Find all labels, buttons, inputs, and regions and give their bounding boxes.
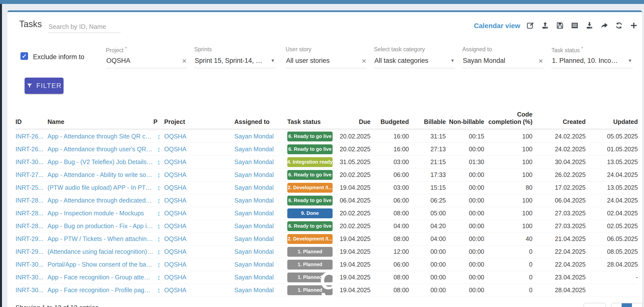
task-id-link[interactable]: INRT-29... [16,235,48,242]
task-id-link[interactable]: INRT-29... [16,248,48,255]
column-header-id[interactable]: ID [16,118,48,125]
task-id-link[interactable]: INRT-28... [16,210,48,217]
task-id-link[interactable]: INRT-25... [16,184,48,191]
assigned-to-link[interactable]: Sayan Mondal [234,184,287,191]
priority-arrows-icon[interactable]: ↕ [153,248,164,256]
filter-field-select-task-category[interactable]: Select task categoryAll task categories▼ [374,46,455,68]
task-status-badge[interactable]: 9. Done [287,208,332,218]
project-link[interactable]: OQSHA [164,184,234,191]
task-status-badge[interactable]: 4. Integration ready [287,157,332,167]
clear-icon[interactable]: × [362,58,366,63]
task-name-link[interactable]: App - Face recognition - Group attend... [48,274,153,281]
task-id-link[interactable]: INRT-28... [16,197,48,204]
assigned-to-link[interactable]: Sayan Mondal [234,286,287,294]
project-link[interactable]: OQSHA [164,235,234,242]
column-header-assigned-to[interactable]: Assigned to [234,118,287,125]
task-id-link[interactable]: INRT-28... [16,222,48,230]
task-status-badge[interactable]: 6. Ready to go live [287,221,332,231]
project-link[interactable]: OQSHA [164,197,234,204]
page-size-select[interactable]: 100 [584,303,606,307]
task-name-link[interactable]: App - Attendance - Ability to write som.… [48,171,153,178]
assigned-to-link[interactable]: Sayan Mondal [234,274,287,281]
project-link[interactable]: OQSHA [164,286,234,294]
assigned-to-link[interactable]: Sayan Mondal [234,248,287,255]
priority-arrows-icon[interactable]: ↕ [153,132,164,141]
task-id-link[interactable]: INRT-30... [16,286,48,294]
filter-button[interactable]: FILTER [24,78,64,94]
project-link[interactable]: OQSHA [164,158,234,166]
task-name-link[interactable]: App - Inspection module - Mockups [48,210,153,217]
task-status-badge[interactable]: 6. Ready to go live [287,170,332,180]
calendar-view-link[interactable]: Calendar view [474,22,520,30]
column-header-created[interactable]: Created [532,118,586,125]
task-name-link[interactable]: Portal/App - Show consent of the batc... [48,261,153,268]
project-link[interactable]: OQSHA [164,248,234,255]
task-status-badge[interactable]: 6. Ready to go live [287,144,332,154]
task-name-link[interactable]: App - Bug on production - Fix - App is c… [48,222,153,230]
task-status-badge[interactable]: 2. Development /I... [287,234,332,244]
task-id-link[interactable]: INRT-30... [16,261,48,268]
assigned-to-link[interactable]: Sayan Mondal [234,171,287,178]
assigned-to-link[interactable]: Sayan Mondal [234,235,287,242]
column-header-p[interactable]: P [153,118,164,125]
dropdown-arrow-icon[interactable]: ▼ [450,58,455,63]
assigned-to-link[interactable]: Sayan Mondal [234,158,287,166]
task-status-badge[interactable]: 1. Planned [287,285,332,295]
clear-icon[interactable]: × [538,58,543,63]
filter-field-sprints[interactable]: SprintsSprint 15, Sprint-14, Spri...▼ [194,46,276,68]
task-name-link[interactable]: (PTW audio file upload) APP - In PTW, ..… [48,184,153,191]
assigned-to-link[interactable]: Sayan Mondal [234,146,287,153]
column-header-code-completion-%-[interactable]: Code completion (%) [484,111,532,125]
table-icon[interactable] [570,21,579,30]
task-id-link[interactable]: INRT-27... [16,171,48,178]
project-link[interactable]: OQSHA [164,222,234,230]
assigned-to-link[interactable]: Sayan Mondal [234,133,287,140]
priority-arrows-icon[interactable]: ↕ [153,145,164,154]
download-icon[interactable] [585,21,594,30]
task-name-link[interactable]: App - Face recognition - Profile page - … [48,286,153,294]
search-input[interactable] [48,22,121,33]
dropdown-arrow-icon[interactable]: ▼ [270,58,275,63]
edit-icon[interactable] [526,21,535,30]
priority-arrows-icon[interactable]: ↕ [153,171,164,179]
task-status-badge[interactable]: 1. Planned [287,272,332,282]
task-id-link[interactable]: INRT-26... [16,146,48,153]
upload-icon[interactable] [540,21,550,30]
task-name-link[interactable]: App - PTW / Tickets - When attaching p..… [48,235,153,242]
dropdown-arrow-icon[interactable]: ▼ [628,58,632,63]
task-status-badge[interactable]: 6. Ready to go live [287,132,332,141]
project-link[interactable]: OQSHA [164,261,234,268]
priority-arrows-icon[interactable]: ↕ [153,260,164,269]
column-header-project[interactable]: Project [164,118,234,125]
page-1-button[interactable]: 1 [622,303,632,307]
prev-page-button[interactable]: ‹ [612,303,622,307]
priority-arrows-icon[interactable]: ↕ [153,273,164,282]
priority-arrows-icon[interactable]: ↕ [153,235,164,243]
refresh-icon[interactable] [614,21,624,30]
plus-icon[interactable] [629,21,638,30]
assigned-to-link[interactable]: Sayan Mondal [234,261,287,268]
filter-field-project[interactable]: Project *OQSHA× [106,46,187,68]
priority-arrows-icon[interactable]: ↕ [153,158,164,166]
column-header-name[interactable]: Name [48,118,153,125]
assigned-to-link[interactable]: Sayan Mondal [234,210,287,217]
project-link[interactable]: OQSHA [164,274,234,281]
column-header-task-status[interactable]: Task status [287,118,334,125]
priority-arrows-icon[interactable]: ↕ [153,222,164,230]
save-icon[interactable] [556,21,564,30]
task-name-link[interactable]: App - Bug - (V2 Teleflex) Job Details Ap… [48,158,153,166]
column-header-updated[interactable]: Updated [586,118,638,125]
task-status-badge[interactable]: 1. Planned [287,247,332,257]
share-icon[interactable] [600,21,609,30]
filter-field-task-status[interactable]: Task status *1. Planned, 10. Incomplet…▼ [552,46,633,68]
task-id-link[interactable]: INRT-30... [16,274,48,281]
column-header-non-billable[interactable]: Non-billable [446,118,484,125]
assigned-to-link[interactable]: Sayan Mondal [234,197,287,204]
priority-arrows-icon[interactable]: ↕ [153,196,164,205]
priority-arrows-icon[interactable]: ↕ [153,209,164,218]
priority-arrows-icon[interactable]: ↕ [153,184,164,192]
exclude-inform-checkbox[interactable]: ✓ [20,52,28,60]
priority-arrows-icon[interactable]: ↕ [153,286,164,294]
task-status-badge[interactable]: 6. Ready to go live [287,196,332,205]
task-name-link[interactable]: (Attendance using facial recognition) ..… [48,248,153,255]
